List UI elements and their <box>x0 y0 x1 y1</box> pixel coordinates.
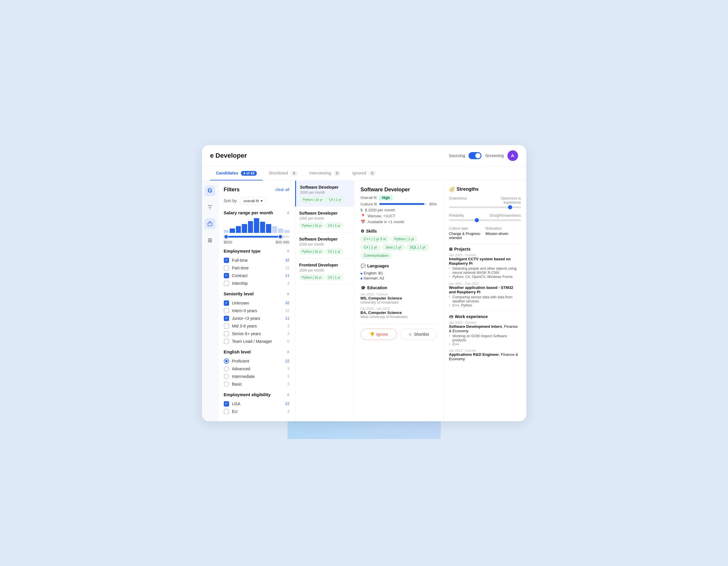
culture-fill <box>379 203 424 205</box>
filter-item-intermediate[interactable]: Intermediate 3 <box>224 373 290 380</box>
eligibility-section-header[interactable]: Employment eligibility ∧ <box>224 392 290 397</box>
candidate-card-2[interactable]: Software Developer 1000 per month Python… <box>295 207 354 233</box>
english-section-header[interactable]: English level ∧ <box>224 349 290 354</box>
candidate-card-3[interactable]: Software Developer 2200 per month Python… <box>295 233 354 259</box>
tab-interviewing[interactable]: Interviewing 0 <box>303 167 346 180</box>
salary-slider[interactable] <box>224 236 290 238</box>
filter-item-intern[interactable]: Intern 0 years 22 <box>224 307 290 315</box>
skill-tag: Python | 1k yr <box>299 223 324 228</box>
filter-item-basic[interactable]: Basic 3 <box>224 380 290 388</box>
sort-label: Sort by <box>224 198 237 203</box>
work-2-date: Jan 2022 - Current <box>449 349 521 352</box>
sourcing-toggle[interactable] <box>469 152 482 159</box>
filter-item-eu[interactable]: EU 3 <box>224 408 290 415</box>
filter-item-mid[interactable]: Mid 3-6 years 3 <box>224 322 290 330</box>
salary-section-header[interactable]: Salary range per month ∧ <box>224 210 290 215</box>
filter-item-teamlead[interactable]: Team Lead / Manager 0 <box>224 338 290 345</box>
graduation-icon: 🎓 <box>361 285 366 290</box>
usa-label: USA <box>232 402 281 406</box>
filter-item-advanced[interactable]: Advanced 3 <box>224 365 290 373</box>
overall-fit-label: Overall fit <box>361 195 377 200</box>
thumbs-down-icon: 👎 <box>369 332 374 337</box>
reliability-label: Reliability <box>449 213 484 218</box>
detail-location: Warsaw, +1UCT <box>368 214 396 218</box>
detail-fit-row: Overall fit High <box>361 195 437 200</box>
radio-intermediate[interactable] <box>224 374 229 379</box>
seniority-section-header[interactable]: Seniority level ∧ <box>224 291 290 296</box>
checkbox-intern[interactable] <box>224 308 229 313</box>
nav-filter-icon[interactable] <box>205 202 215 213</box>
project-2-name: Weather application based - STM32 and Ra… <box>449 285 521 294</box>
checkbox-teamlead[interactable] <box>224 339 229 344</box>
nav-list-icon[interactable] <box>205 235 215 246</box>
intermediate-label: Intermediate <box>232 374 281 379</box>
languages-section: 💬 Languages English: B1 German: A2 <box>361 264 437 281</box>
tab-shortlisted[interactable]: Shortlisted 0 <box>263 167 303 180</box>
orderliness-bar <box>449 206 521 208</box>
filter-item-junior[interactable]: Junior <3 years 11 <box>224 315 290 322</box>
nav-briefcase-icon[interactable] <box>205 218 215 229</box>
body-layout: G Filters clear all Sort by <box>202 181 526 421</box>
radio-basic[interactable] <box>224 381 229 387</box>
projects-title: ⊞ Projects <box>449 247 521 251</box>
checkbox-usa[interactable] <box>224 401 229 407</box>
culture-fit-label: Culture fit <box>361 202 377 206</box>
filter-item-unknown[interactable]: Unknown 32 <box>224 299 290 307</box>
skills-gear-icon: ⚙ <box>361 229 364 233</box>
advanced-label: Advanced <box>232 366 281 371</box>
checkbox-senior[interactable] <box>224 331 229 336</box>
checkbox-junior[interactable] <box>224 316 229 321</box>
edu-1-degree: MS, Computer Science <box>361 296 437 300</box>
tab-all[interactable]: Candidates 4 of 44 <box>210 167 263 180</box>
orderliness-dot <box>508 205 512 209</box>
sidebar-nav: G <box>202 181 218 421</box>
filter-item-parttime[interactable]: Part-time 22 <box>224 264 290 272</box>
filter-item-senior[interactable]: Senior 6+ years 3 <box>224 330 290 338</box>
tabs-row: Candidates 4 of 44 Shortlisted 0 Intervi… <box>202 167 526 181</box>
chart-bar-6 <box>254 218 259 233</box>
candidate-card-1[interactable]: Software Developer 3200 per month Python… <box>295 181 354 207</box>
shortlist-button[interactable]: ☆ Shortlist <box>400 329 437 340</box>
checkbox-fulltime[interactable] <box>224 258 229 263</box>
ignore-button[interactable]: 👎 Ignore <box>361 329 397 340</box>
salary-chevron-icon: ∧ <box>287 210 290 215</box>
checkbox-contract[interactable] <box>224 273 229 278</box>
salary-max-label: $50 000 <box>276 240 290 244</box>
employment-type-section-header[interactable]: Employment type ∧ <box>224 249 290 254</box>
nav-logo[interactable]: G <box>205 185 215 196</box>
tab-all-label: Candidates <box>216 171 238 175</box>
filter-item-intership[interactable]: Intership 3 <box>224 279 290 287</box>
teamlead-count: 0 <box>284 339 290 343</box>
radio-advanced[interactable] <box>224 366 229 371</box>
projects-title-text: Projects <box>454 247 471 251</box>
svg-rect-4 <box>208 238 212 239</box>
tab-ignored[interactable]: Ignored 0 <box>346 167 382 180</box>
checkbox-eu[interactable] <box>224 409 229 414</box>
checkbox-mid[interactable] <box>224 323 229 329</box>
radio-proficient[interactable] <box>224 358 229 364</box>
skill-tag: C# | 1 yr <box>326 197 344 202</box>
candidate-card-4[interactable]: Frontend Developer 1600 per month Python… <box>295 259 354 284</box>
detail-panel: Software Developer Overall fit High Cult… <box>354 181 444 421</box>
filter-item-contract[interactable]: Contract 11 <box>224 272 290 279</box>
filter-item-fulltime[interactable]: Full-time 32 <box>224 256 290 264</box>
skill-tag: C# | 1 yr <box>326 249 343 254</box>
project-1-bullet-2: Python, C#, OpenCV, Windows Forms <box>449 275 521 279</box>
header-right: Sourcing Screening A <box>449 150 518 161</box>
checkbox-parttime[interactable] <box>224 265 229 271</box>
salary-thumb-left[interactable] <box>224 234 229 239</box>
project-2: Jan 2021 - Dec 2021 Weather application … <box>449 282 521 307</box>
eu-count: 3 <box>284 409 290 414</box>
shortlist-button-label: Shortlist <box>414 332 429 337</box>
checkbox-intership[interactable] <box>224 281 229 286</box>
reliability-bar <box>449 219 521 221</box>
intership-count: 3 <box>284 281 290 285</box>
action-buttons: 👎 Ignore ☆ Shortlist <box>361 324 437 340</box>
filter-item-proficient[interactable]: Proficient 22 <box>224 357 290 365</box>
clear-all-button[interactable]: clear all <box>275 187 289 192</box>
english-title: English level <box>224 349 251 354</box>
checkbox-unknown[interactable] <box>224 300 229 306</box>
salary-thumb-right[interactable] <box>278 234 283 239</box>
filter-item-usa[interactable]: USA 22 <box>224 400 290 408</box>
sort-select[interactable]: overall fit ▾ <box>240 197 267 205</box>
